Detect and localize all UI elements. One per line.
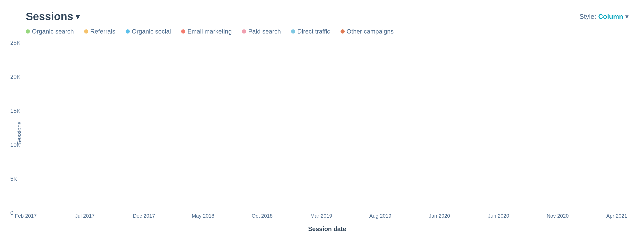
- x-axis-tick-label: Jul 2017: [75, 213, 95, 219]
- legend-item[interactable]: Direct traffic: [291, 28, 330, 35]
- legend-label: Direct traffic: [297, 28, 330, 35]
- y-axis-tick-label: 25K: [10, 39, 20, 46]
- y-axis-label: Sessions: [16, 121, 23, 144]
- chart-container: Sessions ▾ Style: Column ▾ Organic searc…: [0, 0, 644, 246]
- y-axis-tick-label: 15K: [10, 108, 20, 114]
- x-axis-tick-label: Nov 2020: [547, 213, 569, 219]
- chart-header: Sessions ▾ Style: Column ▾: [26, 10, 629, 23]
- y-axis-tick-label: 20K: [10, 73, 20, 80]
- chart-title: Sessions ▾: [26, 10, 80, 23]
- x-axis-tick-label: Jun 2020: [488, 213, 509, 219]
- legend-dot: [181, 29, 185, 34]
- legend-item[interactable]: Other campaigns: [341, 28, 394, 35]
- legend-dot: [242, 29, 246, 34]
- x-axis-tick-label: Mar 2019: [310, 213, 332, 219]
- style-label: Style:: [579, 13, 596, 21]
- x-axis-tick-label: Feb 2017: [15, 213, 37, 219]
- legend-item[interactable]: Organic search: [26, 28, 74, 35]
- legend-dot: [341, 29, 345, 34]
- x-axis-title: Session date: [26, 225, 629, 233]
- legend-label: Other campaigns: [347, 28, 394, 35]
- chart-inner: 25K20K15K10K5K0 Feb 2017Jul 2017Dec 2017…: [26, 43, 629, 223]
- legend: Organic searchReferralsOrganic socialEma…: [26, 28, 629, 35]
- legend-label: Paid search: [248, 28, 281, 35]
- title-text: Sessions: [26, 10, 73, 23]
- x-axis-tick-label: Apr 2021: [606, 213, 627, 219]
- legend-dot: [84, 29, 88, 34]
- x-axis-tick-label: May 2018: [192, 213, 214, 219]
- x-axis-tick-label: Oct 2018: [252, 213, 273, 219]
- legend-label: Organic social: [132, 28, 171, 35]
- legend-item[interactable]: Organic social: [126, 28, 171, 35]
- x-axis-tick-label: Jan 2020: [429, 213, 450, 219]
- chart-area: Sessions 25K20K15K10K5K0 Feb 2017Jul 201…: [26, 43, 629, 223]
- title-dropdown-icon[interactable]: ▾: [76, 12, 80, 21]
- legend-dot: [26, 29, 30, 34]
- legend-item[interactable]: Referrals: [84, 28, 115, 35]
- legend-item[interactable]: Email marketing: [181, 28, 232, 35]
- legend-dot: [126, 29, 130, 34]
- x-axis-tick-label: Dec 2017: [133, 213, 155, 219]
- style-selector: Style: Column ▾: [579, 13, 629, 21]
- x-axis-tick-label: Aug 2019: [369, 213, 391, 219]
- bars-area: [26, 43, 629, 213]
- legend-item[interactable]: Paid search: [242, 28, 281, 35]
- y-axis-tick-label: 10K: [10, 142, 20, 148]
- legend-dot: [291, 29, 295, 34]
- y-axis-tick-label: 0: [10, 210, 13, 216]
- y-axis-tick-label: 5K: [10, 176, 17, 182]
- style-value[interactable]: Column: [598, 13, 623, 21]
- x-axis: Feb 2017Jul 2017Dec 2017May 2018Oct 2018…: [26, 213, 629, 223]
- legend-label: Referrals: [90, 28, 115, 35]
- legend-label: Email marketing: [187, 28, 232, 35]
- style-dropdown-icon[interactable]: ▾: [625, 13, 629, 21]
- legend-label: Organic search: [32, 28, 74, 35]
